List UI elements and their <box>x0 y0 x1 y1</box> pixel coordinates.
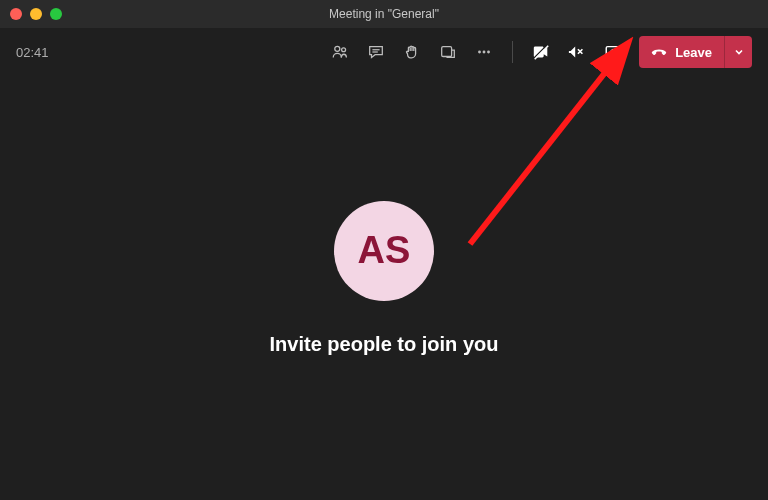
svg-point-6 <box>483 51 486 54</box>
meeting-timer: 02:41 <box>16 45 49 60</box>
raise-hand-icon <box>403 43 421 61</box>
people-button[interactable] <box>324 36 356 68</box>
toolbar-divider <box>512 41 513 63</box>
minimize-window-button[interactable] <box>30 8 42 20</box>
svg-rect-4 <box>442 47 452 57</box>
rooms-icon <box>439 43 457 61</box>
svg-point-1 <box>342 48 346 52</box>
people-icon <box>331 43 349 61</box>
rooms-button[interactable] <box>432 36 464 68</box>
svg-point-0 <box>335 46 340 51</box>
more-button[interactable] <box>468 36 500 68</box>
leave-main[interactable]: Leave <box>639 36 724 68</box>
window-title: Meeting in "General" <box>10 7 758 21</box>
camera-off-icon <box>532 43 550 61</box>
meeting-toolbar: 02:41 <box>0 28 768 76</box>
avatar: AS <box>334 201 434 301</box>
camera-button[interactable] <box>525 36 557 68</box>
more-icon <box>475 43 493 61</box>
meeting-stage: AS Invite people to join you <box>0 76 768 500</box>
chevron-down-icon <box>734 47 744 57</box>
window-controls <box>10 8 62 20</box>
svg-point-5 <box>478 51 481 54</box>
share-screen-icon <box>604 43 622 61</box>
mic-button[interactable] <box>561 36 593 68</box>
raise-hand-button[interactable] <box>396 36 428 68</box>
titlebar: Meeting in "General" <box>0 0 768 28</box>
leave-dropdown-button[interactable] <box>724 36 752 68</box>
close-window-button[interactable] <box>10 8 22 20</box>
hangup-icon <box>651 44 667 60</box>
maximize-window-button[interactable] <box>50 8 62 20</box>
avatar-initials: AS <box>358 229 411 272</box>
svg-point-7 <box>487 51 490 54</box>
invite-message: Invite people to join you <box>270 333 499 356</box>
chat-button[interactable] <box>360 36 392 68</box>
chat-icon <box>367 43 385 61</box>
leave-label: Leave <box>675 45 712 60</box>
toolbar-icons <box>324 36 629 68</box>
leave-button[interactable]: Leave <box>639 36 752 68</box>
mic-off-icon <box>568 43 586 61</box>
share-button[interactable] <box>597 36 629 68</box>
